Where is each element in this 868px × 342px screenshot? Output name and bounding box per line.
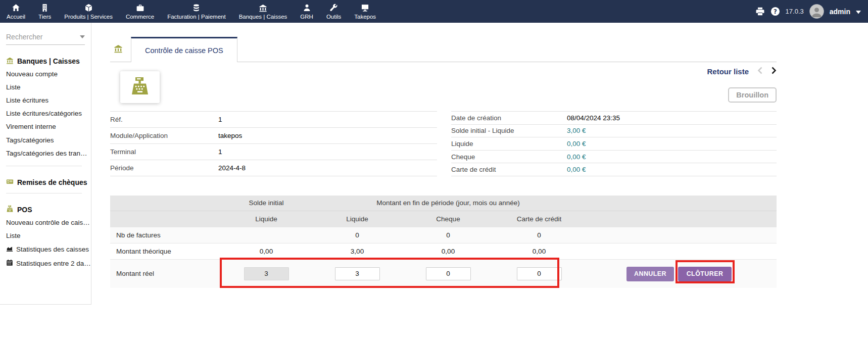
search-input[interactable] xyxy=(6,33,80,41)
sidebar-item-label: Statistiques entre 2 da… xyxy=(16,260,91,267)
field-row: Carte de crédit0,00 € xyxy=(451,163,777,176)
nav-item-produits-services[interactable]: Produits | Services xyxy=(58,0,119,23)
cloturer-button[interactable]: CLÔTURER xyxy=(678,267,732,281)
sidebar-item-label: Liste xyxy=(6,232,21,239)
field-value-amount: 0,00 € xyxy=(567,150,777,163)
tab-controle-de-caisse-pos[interactable]: Contrôle de caisse POS xyxy=(131,37,237,62)
table-row-nb-factures: Nb de factures 0 0 0 xyxy=(110,227,777,243)
sidebar-section-remises-cheques[interactable]: Remises de chèques xyxy=(6,178,88,187)
row-label: Nb de factures xyxy=(110,231,221,239)
bank-icon xyxy=(6,57,14,66)
object-icon-card xyxy=(120,71,160,103)
field-label: Module/Application xyxy=(110,127,218,143)
sidebar-item-liste-ecritures[interactable]: Liste écritures xyxy=(6,93,88,107)
montant-reel-liquide-input[interactable] xyxy=(335,267,380,280)
chevron-down-icon[interactable] xyxy=(80,35,85,38)
table-header-columns: Liquide Liquide Cheque Carte de crédit xyxy=(110,211,777,227)
calendar-icon xyxy=(6,259,13,268)
briefcase-icon xyxy=(136,4,144,12)
nav-item-grh[interactable]: GRH xyxy=(294,0,320,23)
help-icon[interactable]: ? xyxy=(770,7,780,16)
table-row-montant-theorique: Montant théorique 0,00 3,00 0,00 0,00 xyxy=(110,243,777,259)
field-label: Cheque xyxy=(451,150,567,163)
column-header: Carte de crédit xyxy=(494,215,585,223)
nav-item-facturation-paiement[interactable]: Facturation | Paiement xyxy=(161,0,232,23)
sidebar-item-label: Nouveau compte xyxy=(6,70,58,78)
montant-reel-cheque-input[interactable] xyxy=(426,267,471,280)
top-navigation: Accueil Tiers Produits | Services Commer… xyxy=(0,0,382,23)
column-header: Liquide xyxy=(221,215,312,223)
nav-item-label: Banques | Caisses xyxy=(239,14,287,20)
chevron-down-icon[interactable] xyxy=(856,7,861,16)
field-row: Solde initial - Liquide3,00 € xyxy=(451,124,777,137)
field-value-amount: 3,00 € xyxy=(567,124,777,137)
field-row: Terminal1 xyxy=(110,143,437,160)
field-value: takepos xyxy=(218,127,437,143)
nav-item-tiers[interactable]: Tiers xyxy=(32,0,58,23)
status-badge: Brouillon xyxy=(728,87,777,103)
cell-value: 0,00 xyxy=(494,248,585,255)
sidebar-item-liste-ecritures-categories[interactable]: Liste écritures/catégories xyxy=(6,107,88,120)
cash-control-table: Solde initial Montant en fin de période … xyxy=(110,196,777,288)
sidebar-item-tags-categories[interactable]: Tags/catégories xyxy=(6,133,88,146)
sidebar-item-tags-categories-transactions[interactable]: Tags/catégories des tran… xyxy=(6,146,88,160)
sidebar-item-nouveau-compte[interactable]: Nouveau compte xyxy=(6,67,88,80)
montant-reel-carte-credit-input[interactable] xyxy=(517,267,562,280)
field-label: Solde initial - Liquide xyxy=(451,124,567,137)
sidebar-item-label: Liste écritures/catégories xyxy=(6,110,82,117)
sidebar-item-statistiques-entre-2-dates[interactable]: Statistiques entre 2 da… xyxy=(6,257,88,271)
field-row: Période2024-4-8 xyxy=(110,160,437,176)
cell-value: 0 xyxy=(403,231,494,239)
version-number: 17.0.3 xyxy=(786,8,804,15)
sidebar-item-label: Tags/catégories xyxy=(6,136,54,144)
cell-value: 0,00 xyxy=(403,248,494,255)
products-icon xyxy=(84,4,93,12)
field-value: 08/04/2024 23:35 xyxy=(567,112,777,125)
print-icon[interactable] xyxy=(755,7,765,16)
nav-item-outils[interactable]: Outils xyxy=(320,0,348,23)
main-content: Contrôle de caisse POS Retour liste Brou… xyxy=(91,23,868,342)
sidebar-item-label: Statistiques des caisses xyxy=(16,246,89,253)
sidebar-search xyxy=(6,33,85,45)
sidebar-item-label: Nouveau contrôle de cais… xyxy=(6,219,90,226)
back-to-list-link[interactable]: Retour liste xyxy=(707,67,749,76)
chevron-right-icon[interactable] xyxy=(771,66,777,77)
nav-item-label: Takepos xyxy=(354,14,376,20)
nav-item-accueil[interactable]: Accueil xyxy=(0,0,32,23)
nav-item-commerce[interactable]: Commerce xyxy=(119,0,161,23)
sidebar-item-virement-interne[interactable]: Virement interne xyxy=(6,120,88,133)
top-menu-bar: Accueil Tiers Produits | Services Commer… xyxy=(0,0,868,23)
sidebar-item-statistiques-caisses[interactable]: Statistiques des caisses xyxy=(6,242,88,257)
sidebar-section-banques-caisses[interactable]: Banques | Caisses xyxy=(6,57,88,66)
row-label: Montant théorique xyxy=(110,248,221,255)
field-label: Terminal xyxy=(110,143,218,160)
user-name[interactable]: admin xyxy=(830,8,850,16)
field-value: 1 xyxy=(218,112,437,128)
sidebar-item-nouveau-controle-caisse[interactable]: Nouveau contrôle de cais… xyxy=(6,216,88,229)
nav-item-banques-caisses[interactable]: Banques | Caisses xyxy=(232,0,294,23)
person-icon xyxy=(303,4,311,12)
header-solde-initial: Solde initial xyxy=(221,199,312,207)
sidebar-item-label: Liste écritures xyxy=(6,96,49,104)
sidebar-item-label: Liste xyxy=(6,83,21,91)
user-avatar[interactable] xyxy=(809,4,824,19)
nav-item-label: GRH xyxy=(300,14,313,20)
tab-label: Contrôle de caisse POS xyxy=(145,46,223,55)
tab-bar: Contrôle de caisse POS xyxy=(110,37,777,62)
nav-item-takepos[interactable]: Takepos xyxy=(348,0,382,23)
table-row-montant-reel: Montant réel ANNULER CLÔTURER xyxy=(110,259,777,288)
field-row: Liquide0,00 € xyxy=(451,137,777,151)
header-montant-fin-periode: Montant en fin de période (jour, mois ou… xyxy=(312,199,585,207)
field-label: Réf. xyxy=(110,112,218,128)
sidebar-section-pos[interactable]: POS xyxy=(6,205,88,214)
sidebar-item-liste[interactable]: Liste xyxy=(6,80,88,93)
field-row: Date de création08/04/2024 23:35 xyxy=(451,112,777,125)
annuler-button[interactable]: ANNULER xyxy=(626,267,674,281)
sidebar-item-pos-liste[interactable]: Liste xyxy=(6,229,88,242)
nav-item-label: Accueil xyxy=(7,14,25,20)
row-label: Montant réel xyxy=(110,270,221,277)
bank-icon xyxy=(259,4,267,12)
column-header: Cheque xyxy=(403,215,494,223)
nav-item-label: Commerce xyxy=(126,14,154,20)
field-value-amount: 0,00 € xyxy=(567,163,777,176)
